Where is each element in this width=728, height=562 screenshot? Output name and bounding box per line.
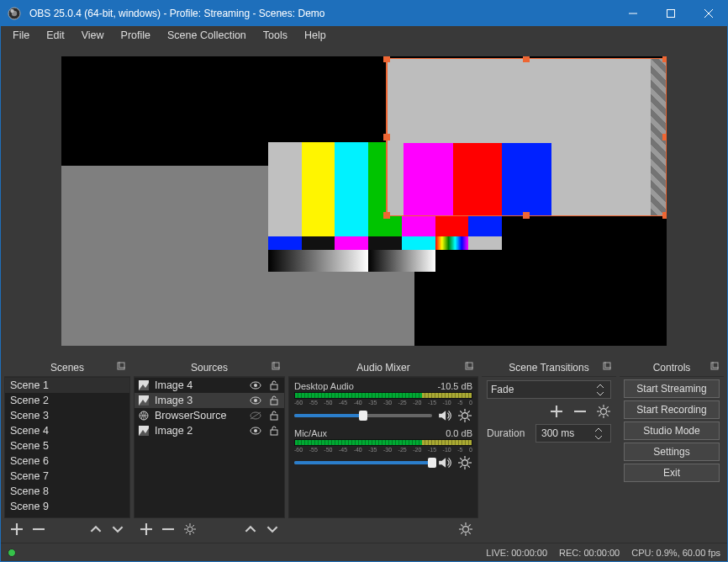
source-row[interactable]: Image 2 (135, 423, 284, 438)
minimize-button[interactable] (614, 1, 652, 26)
duration-spinner[interactable] (592, 425, 605, 442)
svg-point-31 (254, 429, 257, 432)
select-spinner[interactable] (593, 381, 607, 398)
scene-row[interactable]: Scene 6 (5, 453, 129, 469)
scene-row[interactable]: Scene 7 (5, 469, 129, 484)
exit-button[interactable]: Exit (624, 464, 720, 482)
selection-handle[interactable] (524, 56, 529, 61)
add-transition-button[interactable] (549, 404, 564, 419)
undock-icon[interactable] (710, 361, 722, 373)
mute-button[interactable] (437, 408, 452, 423)
lock-toggle[interactable] (267, 425, 281, 437)
volume-slider[interactable] (294, 414, 432, 417)
plus-icon (140, 523, 152, 535)
add-source-button[interactable] (139, 522, 154, 537)
svg-rect-18 (271, 384, 277, 390)
scene-row[interactable]: Scene 1 (5, 378, 129, 393)
gear-icon (184, 523, 196, 535)
scene-row[interactable]: Scene 3 (5, 408, 129, 423)
start-recording-button[interactable]: Start Recording (624, 400, 720, 419)
svg-rect-27 (271, 415, 277, 420)
svg-rect-76 (604, 363, 610, 369)
menu-item-help[interactable]: Help (296, 28, 335, 43)
visibility-toggle[interactable] (249, 395, 262, 406)
svg-line-66 (460, 465, 462, 467)
scene-row[interactable]: Scene 2 (5, 393, 129, 408)
lock-toggle[interactable] (267, 395, 281, 406)
window-controls (614, 1, 727, 26)
scene-row[interactable]: Scene 9 (5, 499, 129, 514)
source-row[interactable]: Image 4 (135, 378, 284, 393)
source-down-button[interactable] (265, 522, 280, 537)
lock-toggle[interactable] (267, 379, 281, 391)
source-properties-button[interactable] (182, 522, 198, 537)
remove-source-button[interactable] (161, 522, 176, 537)
menu-item-scene-collection[interactable]: Scene Collection (159, 28, 255, 43)
mixer-header: Audio Mixer (288, 358, 478, 377)
remove-scene-button[interactable] (31, 522, 46, 537)
scene-up-button[interactable] (88, 522, 103, 537)
scene-down-button[interactable] (110, 522, 125, 537)
transition-properties-button[interactable] (596, 404, 611, 419)
maximize-button[interactable] (652, 1, 689, 26)
selection-handle[interactable] (524, 213, 529, 218)
lock-open-icon (270, 395, 278, 406)
menu-item-file[interactable]: File (4, 28, 38, 43)
settings-button[interactable]: Settings (624, 443, 720, 461)
selection-handle[interactable] (663, 56, 667, 61)
connection-status-dot (8, 549, 16, 557)
controls-body: Start Streaming Start Recording Studio M… (620, 377, 724, 540)
scene-row[interactable]: Scene 5 (5, 438, 129, 453)
channel-settings-button[interactable] (457, 455, 472, 470)
scene-row[interactable]: Scene 8 (5, 484, 129, 499)
channel-level: 0.0 dB (446, 428, 472, 438)
minus-icon (33, 523, 45, 535)
volume-slider[interactable] (294, 461, 432, 464)
undock-icon[interactable] (603, 361, 615, 373)
mute-button[interactable] (437, 455, 452, 470)
menu-item-profile[interactable]: Profile (113, 28, 159, 43)
gear-icon (458, 409, 472, 422)
source-up-button[interactable] (243, 522, 258, 537)
source-row[interactable]: BrowserSource (135, 408, 284, 423)
selection-handle[interactable] (663, 135, 667, 140)
scenes-header: Scenes (4, 358, 130, 377)
svg-line-74 (468, 524, 470, 526)
minimize-icon (629, 9, 637, 18)
visibility-toggle[interactable] (249, 425, 262, 437)
selection-handle[interactable] (663, 213, 667, 218)
lock-toggle[interactable] (267, 410, 281, 422)
scenes-list[interactable]: Scene 1 Scene 2 Scene 3 Scene 4 Scene 5 … (4, 377, 130, 518)
svg-point-2 (10, 9, 13, 13)
channel-settings-button[interactable] (457, 408, 472, 423)
svg-line-42 (193, 532, 194, 533)
preview-layer-image4-selected[interactable] (386, 58, 667, 216)
add-scene-button[interactable] (9, 522, 24, 537)
chevron-up-icon (592, 425, 605, 433)
duration-input[interactable]: 300 ms (535, 424, 611, 443)
channel-name: Mic/Aux (294, 428, 327, 438)
undock-icon[interactable] (272, 361, 283, 373)
source-row[interactable]: Image 3 (135, 393, 284, 408)
menubar: File Edit View Profile Scene Collection … (1, 26, 727, 45)
menu-item-edit[interactable]: Edit (38, 28, 73, 43)
status-rec: REC: 00:00:00 (559, 548, 620, 558)
mixer-properties-button[interactable] (458, 522, 473, 537)
speaker-icon (438, 409, 451, 422)
menu-item-tools[interactable]: Tools (255, 28, 296, 43)
visibility-toggle[interactable] (249, 410, 262, 422)
svg-line-75 (461, 532, 462, 533)
preview-canvas[interactable] (61, 56, 667, 346)
transition-select[interactable]: Fade (487, 380, 611, 399)
svg-line-41 (186, 525, 187, 527)
undock-icon[interactable] (117, 361, 129, 373)
remove-transition-button[interactable] (572, 404, 588, 419)
start-streaming-button[interactable]: Start Streaming (624, 379, 720, 398)
visibility-toggle[interactable] (249, 379, 262, 391)
sources-list[interactable]: Image 4 Image 3 BrowserSource (134, 377, 285, 518)
undock-icon[interactable] (465, 361, 477, 373)
menu-item-view[interactable]: View (73, 28, 113, 43)
studio-mode-button[interactable]: Studio Mode (624, 422, 720, 440)
scene-row[interactable]: Scene 4 (5, 423, 129, 438)
close-button[interactable] (689, 1, 727, 26)
